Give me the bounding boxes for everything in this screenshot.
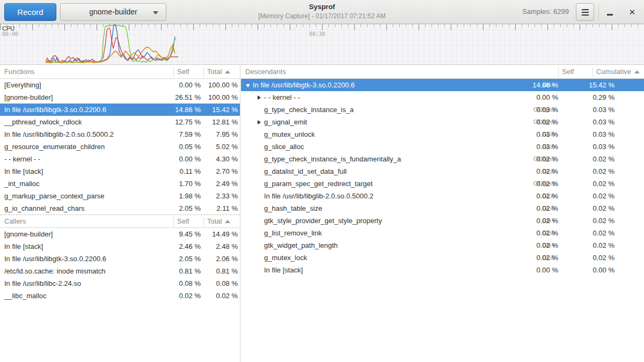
close-icon: ✕: [629, 8, 636, 17]
function-row[interactable]: g_io_channel_read_chars2.05 %2.11 %: [0, 202, 240, 215]
menu-button[interactable]: [576, 3, 594, 21]
descendant-row[interactable]: g_type_check_instance_is_fundamentally_a…: [241, 153, 644, 165]
cell-function-name: In file [stack]: [0, 240, 171, 253]
cell-total-percent: 100.00 %: [201, 91, 238, 104]
function-row[interactable]: In file /usr/lib/libglib-2.0.so.0.5000.2…: [0, 128, 240, 141]
cell-descendant-name: g_signal_emit: [264, 116, 307, 128]
cell-cumulative-percent: 0.02 %: [558, 165, 614, 178]
expander-closed-icon[interactable]: [257, 95, 262, 100]
cell-descendant-name: - - kernel - -: [264, 91, 300, 104]
cell-self-percent: 0.00 %: [161, 79, 201, 91]
callers-total-column-header[interactable]: Total: [207, 215, 230, 228]
function-row[interactable]: In file [stack]0.11 %2.70 %: [0, 165, 240, 178]
descendants-self-column-header[interactable]: Self: [562, 65, 574, 79]
expander-spacer: [257, 169, 262, 174]
caller-row[interactable]: In file /usr/lib/libc-2.24.so0.08 %0.08 …: [0, 277, 240, 290]
descendants-cumulative-column-header[interactable]: Cumulative: [596, 65, 640, 79]
cell-function-name: __libc_malloc: [0, 290, 171, 302]
cell-self-percent: 0.02 %: [524, 202, 558, 215]
cell-total-percent: 2.11 %: [201, 202, 238, 215]
time-tick-mid: 00:30: [309, 31, 325, 37]
cell-function-name: In file [stack]: [0, 165, 171, 178]
window-subtitle: [Memory Capture] - 01/17/2017 07:21:52 A…: [258, 12, 385, 20]
descendants-table-header: Descendants Self Cumulative: [241, 65, 644, 79]
descendant-row[interactable]: g_type_check_instance_is_aGObject0.03 %0…: [241, 104, 644, 116]
cell-descendant-name: In file /usr/lib/libglib-2.0.so.0.5000.2: [264, 190, 374, 202]
function-row[interactable]: In file /usr/lib/libgtk-3.so.0.2200.614.…: [0, 104, 240, 116]
caller-row[interactable]: [gnome-builder]9.45 %14.49 %: [0, 228, 240, 240]
cell-self-percent: 0.02 %: [524, 215, 558, 227]
cell-total-percent: 12.81 %: [201, 116, 238, 128]
cell-descendant-name: In file [stack]: [264, 264, 303, 276]
callers-column-header[interactable]: Callers: [0, 215, 26, 228]
cell-function-name: /etc/ld.so.cache: inode mismatch: [0, 265, 171, 277]
function-row[interactable]: g_resource_enumerate_children0.05 %5.02 …: [0, 141, 240, 153]
caller-row[interactable]: In file [stack]2.46 %2.48 %: [0, 240, 240, 253]
cell-function-name: [gnome-builder]: [0, 228, 171, 240]
cell-descendant-name: g_param_spec_get_redirect_target: [264, 178, 372, 190]
functions-total-column-header[interactable]: Total: [207, 65, 230, 79]
expander-spacer: [257, 132, 262, 137]
descendant-row[interactable]: g_list_remove_linkGLib0.02 %0.02 %: [241, 227, 644, 239]
cell-total-percent: 14.49 %: [201, 228, 238, 240]
caller-row[interactable]: /etc/ld.so.cache: inode mismatch0.81 %0.…: [0, 265, 240, 277]
descendants-column-header[interactable]: Descendants: [241, 65, 286, 79]
cell-total-percent: 2.06 %: [201, 253, 238, 265]
left-pane: Functions Self Total [Everything]0.00 %1…: [0, 65, 240, 362]
close-button[interactable]: ✕: [621, 0, 643, 24]
cell-function-name: [gnome-builder]: [0, 91, 171, 104]
caller-row[interactable]: __libc_malloc0.02 %0.02 %: [0, 290, 240, 302]
function-row[interactable]: _int_malloc1.70 %2.49 %: [0, 178, 240, 190]
cell-self-percent: 0.02 %: [524, 227, 558, 239]
cell-self-percent: 0.08 %: [161, 277, 201, 290]
descendant-row[interactable]: g_slice_allocGLib0.03 %0.03 %: [241, 141, 644, 153]
cell-self-percent: 0.03 %: [524, 141, 558, 153]
cell-self-percent: 0.02 %: [161, 290, 201, 302]
descendant-row[interactable]: g_param_spec_get_redirect_targetGObject0…: [241, 178, 644, 190]
cell-function-name: g_io_channel_read_chars: [0, 202, 171, 215]
functions-table-header: Functions Self Total: [0, 65, 240, 79]
cell-cumulative-percent: 0.29 %: [558, 91, 614, 104]
profile-panes: Functions Self Total [Everything]0.00 %1…: [0, 65, 644, 362]
sort-ascending-icon: [225, 220, 230, 223]
function-row[interactable]: [gnome-builder]26.51 %100.00 %: [0, 91, 240, 104]
cpu-graph[interactable]: CPU 00:00 00:30: [0, 24, 644, 65]
descendant-row[interactable]: In file /usr/lib/libgtk-3.so.0.2200.6Gtk…: [241, 79, 644, 91]
function-row[interactable]: - - kernel - -0.00 %4.30 %: [0, 153, 240, 165]
cell-function-name: _int_malloc: [0, 178, 171, 190]
expander-spacer: [257, 107, 262, 113]
expander-spacer: [257, 181, 262, 187]
descendant-row[interactable]: gtk_widget_path_lengthGtk+0.02 %0.02 %: [241, 239, 644, 252]
descendant-row[interactable]: g_hash_table_sizeGLib0.02 %0.02 %: [241, 202, 644, 215]
descendant-row[interactable]: In file /usr/lib/libglib-2.0.so.0.5000.2…: [241, 190, 644, 202]
record-button[interactable]: Record: [4, 3, 56, 21]
functions-column-header[interactable]: Functions: [0, 65, 34, 79]
cell-self-percent: 0.02 %: [524, 178, 558, 190]
caller-row[interactable]: In file /usr/lib/libgtk-3.so.0.2200.62.0…: [0, 253, 240, 265]
descendant-row[interactable]: g_mutex_unlockGLib0.03 %0.03 %: [241, 128, 644, 141]
expander-closed-icon[interactable]: [257, 120, 262, 125]
function-row[interactable]: g_markup_parse_context_parse1.98 %2.33 %: [0, 190, 240, 202]
header-bar: Record gnome-builder Sysprof [Memory Cap…: [0, 0, 644, 24]
cell-self-percent: 14.86 %: [161, 104, 201, 116]
expander-open-icon[interactable]: [245, 83, 251, 88]
target-process-dropdown[interactable]: gnome-builder: [60, 3, 166, 21]
cell-self-percent: 0.02 %: [524, 153, 558, 165]
cell-total-percent: 2.70 %: [201, 165, 238, 178]
callers-self-column-header[interactable]: Self: [177, 215, 189, 228]
expander-spacer: [257, 218, 262, 224]
function-row[interactable]: __pthread_rwlock_rdlock12.75 %12.81 %: [0, 116, 240, 128]
function-row[interactable]: [Everything]0.00 %100.00 %: [0, 79, 240, 91]
descendant-row[interactable]: g_signal_emitGObject0.02 %0.03 %: [241, 116, 644, 128]
cell-self-percent: 2.46 %: [161, 240, 201, 253]
descendant-row[interactable]: g_datalist_id_set_data_fullGLib0.02 %0.0…: [241, 165, 644, 178]
descendant-row[interactable]: g_mutex_lockGLib0.02 %0.02 %: [241, 252, 644, 264]
cell-function-name: g_resource_enumerate_children: [0, 141, 171, 153]
minimize-button[interactable]: [599, 0, 620, 24]
descendant-row[interactable]: gtk_style_provider_get_style_propertyGtk…: [241, 215, 644, 227]
descendant-row[interactable]: - - kernel - -0.00 %0.29 %: [241, 91, 644, 104]
minimize-icon: [607, 14, 613, 16]
descendant-row[interactable]: In file [stack]0.00 %0.00 %: [241, 264, 644, 276]
cell-self-percent: 7.59 %: [161, 128, 201, 141]
functions-self-column-header[interactable]: Self: [177, 65, 189, 79]
